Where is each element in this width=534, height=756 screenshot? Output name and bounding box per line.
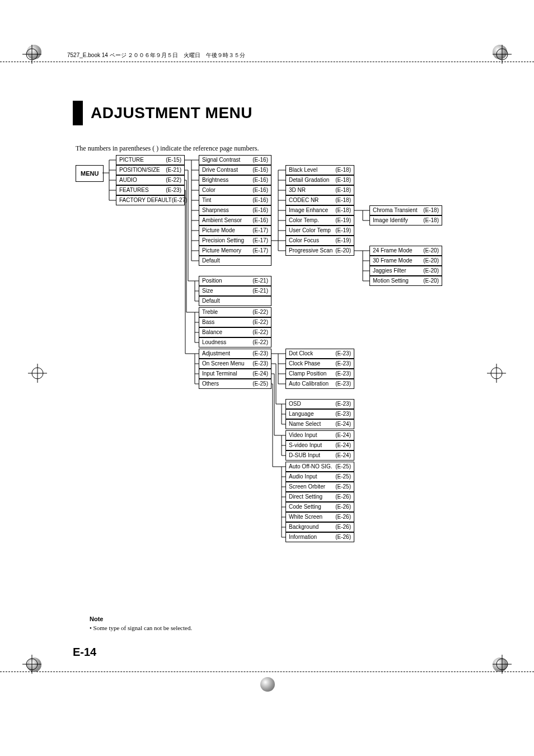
book-file-header: 7527_E.book 14 ページ ２００６年９月５日 火曜日 午後９時３５分: [67, 51, 245, 59]
crop-line: [0, 672, 534, 672]
note-text: Some type of signal can not be selected.: [90, 624, 192, 631]
registration-target-icon: [22, 655, 41, 674]
page-title-block: ADJUSTMENT MENU: [73, 101, 252, 125]
page-title: ADJUSTMENT MENU: [91, 101, 252, 125]
registration-target-icon: [493, 655, 512, 674]
registration-target-icon: [28, 364, 47, 383]
page-number: E-14: [73, 646, 96, 659]
registration-target-icon: [493, 45, 512, 64]
registration-target-icon: [22, 45, 41, 64]
registration-mark: [260, 677, 275, 692]
title-accent-bar: [73, 101, 83, 125]
crop-line: [0, 62, 534, 62]
note-block: Note Some type of signal can not be sele…: [90, 616, 192, 631]
note-title: Note: [90, 616, 192, 622]
connector-lines: [76, 154, 501, 546]
intro-text: The numbers in parentheses ( ) indicate …: [76, 144, 259, 153]
